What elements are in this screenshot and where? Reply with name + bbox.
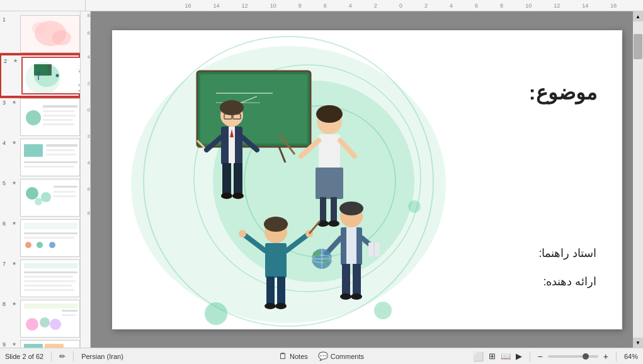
- svg-point-133: [323, 259, 329, 263]
- slide-edit-icon[interactable]: ✏: [59, 352, 65, 361]
- slide-number-3: 3: [3, 98, 10, 106]
- slide-thumb-9[interactable]: [20, 340, 80, 348]
- slide-thumb-5[interactable]: [20, 179, 80, 217]
- slide-thumb-3[interactable]: [20, 98, 80, 136]
- notes-icon: 🗒: [279, 351, 287, 361]
- svg-rect-49: [24, 285, 72, 287]
- svg-line-113: [244, 235, 265, 251]
- comments-button[interactable]: 💬 Comments: [318, 351, 364, 361]
- svg-rect-100: [234, 163, 242, 195]
- main-area: 1 2 ★: [0, 11, 643, 348]
- slide-star-1: [12, 15, 18, 16]
- svg-rect-46: [24, 271, 77, 273]
- svg-point-3: [52, 30, 71, 45]
- slide-canvas: موضوع: استاد راهنما: ارائه دهنده:: [112, 30, 622, 329]
- svg-rect-40: [24, 237, 74, 239]
- comments-label: Comments: [331, 353, 364, 360]
- slide-item-6[interactable]: 6 ★: [0, 218, 80, 258]
- svg-rect-85: [331, 197, 337, 222]
- slide-thumb-8[interactable]: [20, 300, 80, 338]
- slide-content: موضوع: استاد راهنما: ارائه دهنده:: [112, 30, 622, 329]
- svg-rect-110: [277, 276, 285, 305]
- divider-2: [73, 351, 74, 361]
- language-label: Persian (Iran): [81, 353, 123, 360]
- svg-point-132: [313, 251, 321, 256]
- svg-rect-108: [265, 243, 287, 278]
- notes-button[interactable]: 🗒 Notes: [279, 351, 308, 361]
- reading-view-icon[interactable]: 📖: [501, 351, 511, 361]
- zoom-out-icon[interactable]: −: [538, 351, 543, 361]
- svg-rect-25: [46, 144, 77, 147]
- zoom-percent[interactable]: 64%: [624, 353, 638, 360]
- svg-point-112: [275, 303, 287, 309]
- slide-sorter-icon[interactable]: ⊞: [489, 351, 496, 361]
- svg-rect-36: [54, 195, 76, 197]
- divider-4: [616, 351, 617, 361]
- slide-star-9: ★: [12, 340, 18, 347]
- slide-number-1: 1: [3, 15, 10, 23]
- slide-arabic-title: موضوع:: [529, 81, 597, 105]
- divider-3: [530, 351, 530, 361]
- slide-star-7: ★: [12, 259, 18, 266]
- svg-line-89: [340, 140, 355, 156]
- notes-label: Notes: [290, 353, 308, 360]
- slide-item-3[interactable]: 3 ★: [0, 97, 80, 137]
- svg-rect-35: [54, 191, 75, 193]
- svg-point-87: [328, 220, 339, 227]
- svg-rect-82: [319, 134, 340, 169]
- status-left: Slide 2 of 62 ✏ Persian (Iran): [5, 351, 473, 361]
- svg-rect-27: [46, 154, 76, 156]
- svg-rect-99: [222, 163, 231, 195]
- svg-rect-28: [24, 161, 77, 163]
- slide-number-7: 7: [3, 259, 10, 267]
- slide-count: Slide 2 of 62: [5, 353, 43, 360]
- slide-item-4[interactable]: 4 ★: [0, 137, 80, 178]
- slide-thumb-4[interactable]: [20, 139, 80, 176]
- slide-number-8: 8: [3, 300, 10, 307]
- slide-item-8[interactable]: 8 ★: [0, 299, 80, 339]
- svg-point-55: [50, 319, 61, 330]
- svg-point-2: [32, 22, 47, 35]
- slide-panel: 1 2 ★: [0, 11, 81, 348]
- slide-thumb-7[interactable]: [20, 259, 80, 297]
- slide-thumb-1[interactable]: [20, 15, 80, 53]
- slide-item-5[interactable]: 5 ★: [0, 178, 80, 218]
- slide-label-presenter: ارائه دهنده:: [543, 275, 596, 288]
- svg-point-32: [41, 192, 51, 202]
- svg-point-101: [221, 193, 232, 199]
- slide-star-4: ★: [12, 139, 18, 145]
- slide-item-2[interactable]: 2 ★ موضوع:: [0, 54, 80, 97]
- slide-thumb-6[interactable]: [20, 219, 80, 257]
- divider-1: [51, 351, 52, 361]
- slide-item-1[interactable]: 1: [0, 14, 80, 54]
- svg-point-102: [232, 193, 244, 199]
- svg-point-41: [25, 242, 31, 248]
- slide-star-2: ★: [13, 57, 20, 64]
- scroll-up-button[interactable]: ▲: [633, 11, 643, 21]
- svg-rect-29: [24, 166, 74, 168]
- svg-line-117: [309, 221, 320, 234]
- slideshow-icon[interactable]: ▶: [516, 351, 522, 361]
- svg-point-17: [26, 110, 41, 125]
- svg-point-53: [26, 318, 38, 331]
- svg-rect-109: [266, 276, 275, 305]
- svg-point-8: [47, 65, 51, 69]
- svg-rect-56: [62, 310, 77, 312]
- scroll-thumb[interactable]: [634, 34, 642, 59]
- svg-rect-47: [24, 276, 73, 278]
- scroll-down-button[interactable]: ▼: [633, 338, 643, 348]
- slide-item-7[interactable]: 7 ★: [0, 258, 80, 299]
- zoom-in-icon[interactable]: +: [603, 351, 608, 361]
- normal-view-icon[interactable]: ⬜: [473, 351, 484, 361]
- zoom-slider[interactable]: [548, 355, 598, 358]
- svg-rect-50: [24, 289, 74, 291]
- slide-item-9[interactable]: 9 ★: [0, 339, 80, 348]
- svg-rect-123: [353, 264, 361, 295]
- slide-number-9: 9: [3, 340, 10, 348]
- slide-star-5: ★: [12, 179, 18, 186]
- svg-rect-39: [24, 232, 77, 234]
- svg-point-33: [35, 198, 42, 205]
- slide-thumb-2[interactable]: موضوع: استاد راهنما: ارائه دهنده:: [21, 57, 81, 94]
- status-right: ⬜ ⊞ 📖 ▶ − + 64%: [473, 351, 638, 361]
- svg-rect-48: [24, 280, 76, 282]
